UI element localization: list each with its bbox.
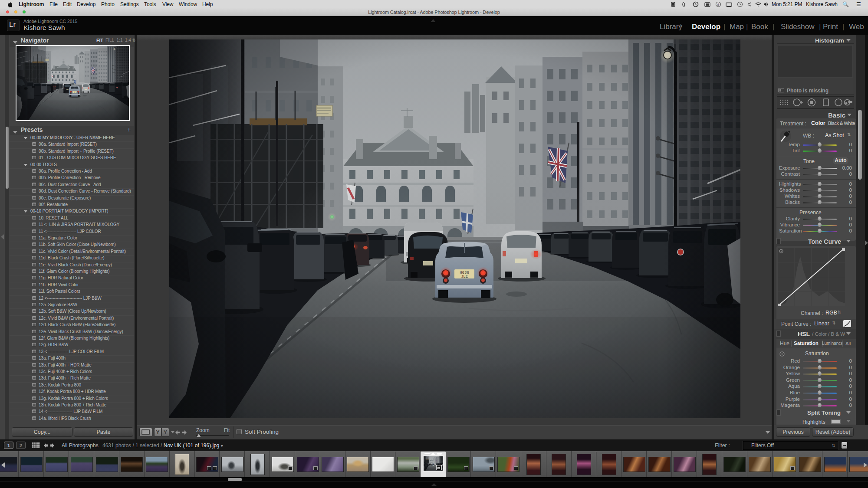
svg-text:d: d <box>717 3 719 7</box>
